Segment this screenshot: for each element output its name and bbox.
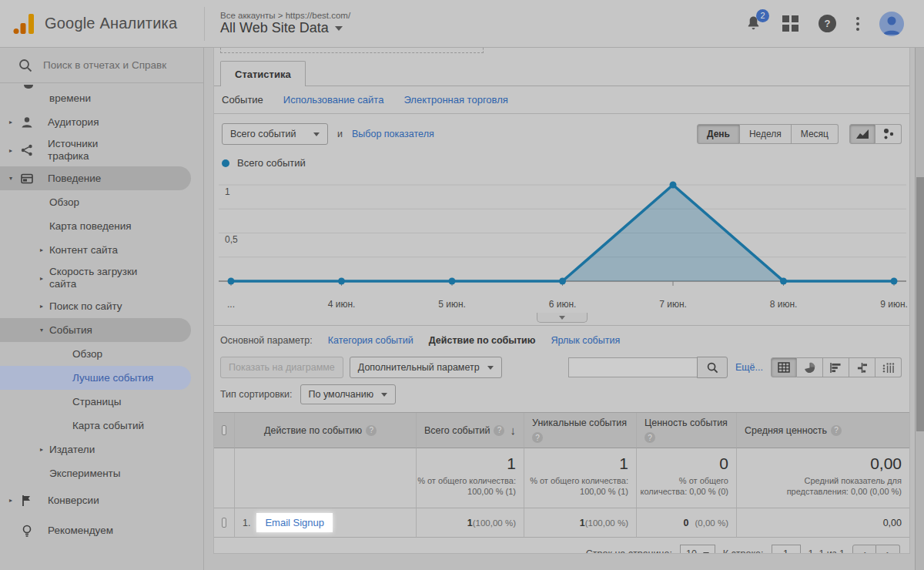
sidebar-item-site-speed[interactable]: ▸ Скорость загрузки сайта: [0, 262, 203, 294]
comparison-view-button[interactable]: [849, 357, 875, 377]
row-checkbox[interactable]: [222, 518, 226, 528]
chevron-down-icon: [313, 132, 320, 136]
sidebar-item-events[interactable]: ▾ События: [0, 318, 191, 342]
table-grid-icon: [778, 362, 790, 373]
summary-unique: 1 % от общего количества: 100,00 % (1): [524, 448, 636, 508]
plot-rows-button[interactable]: Показать на диаграмме: [220, 357, 343, 378]
report-card: Статистика Событие Использование сайта Э…: [213, 48, 910, 554]
sidebar-item-events-flow[interactable]: Карта событий: [0, 414, 203, 438]
subtab-site-usage[interactable]: Использование сайта: [283, 94, 384, 106]
row-avg-cell: 0,00: [736, 508, 909, 538]
sidebar-item-publishers[interactable]: ▸ Издатели: [0, 438, 203, 461]
data-view-button[interactable]: [771, 357, 797, 377]
sidebar-item-discover[interactable]: Рекомендуем: [0, 518, 203, 542]
line-chart-button[interactable]: [849, 124, 875, 144]
sidebar-item-events-overview[interactable]: Обзор: [0, 342, 203, 366]
person-icon: [20, 116, 34, 129]
granularity-day-button[interactable]: День: [697, 124, 740, 144]
notifications-button[interactable]: 2: [745, 15, 762, 33]
help-tooltip-icon[interactable]: ?: [366, 425, 377, 436]
sidebar-item-behavior-flow[interactable]: Карта поведения: [0, 214, 203, 238]
table-search-button[interactable]: [697, 357, 728, 378]
avatar[interactable]: [879, 12, 904, 36]
dimension-event-action[interactable]: Действие по событию: [429, 335, 536, 346]
sidebar-item-experiments[interactable]: Эксперименты: [0, 461, 203, 485]
granularity-week-button[interactable]: Неделя: [740, 124, 792, 144]
chevron-right-icon: ▸: [9, 119, 20, 126]
subtab-ecommerce[interactable]: Электронная торговля: [403, 94, 507, 106]
sidebar-item-acquisition[interactable]: ▸ Источники трафика: [0, 134, 203, 166]
help-tooltip-icon[interactable]: ?: [532, 432, 543, 443]
column-header-avg[interactable]: Средняя ценность ?: [736, 413, 909, 448]
primary-dimension-label: Основной параметр:: [220, 335, 313, 346]
select-all-checkbox[interactable]: [222, 425, 226, 435]
sidebar-search[interactable]: [0, 48, 203, 83]
scrollbar-thumb[interactable]: [916, 177, 924, 431]
granularity-month-button[interactable]: Месяц: [792, 124, 839, 144]
metric-select[interactable]: Всего событий: [222, 123, 328, 145]
sort-desc-icon[interactable]: ↓: [511, 424, 517, 437]
kebab-menu-button[interactable]: [856, 17, 859, 31]
goto-row-input[interactable]: [772, 545, 801, 554]
percentage-view-button[interactable]: [797, 357, 823, 377]
events-chart[interactable]: 1 0,5 ... 4 июн. 5 июн. 6 июн. 7 июн. 8 …: [219, 173, 906, 315]
tab-statistics[interactable]: Статистика: [220, 61, 306, 86]
sidebar-item-audience[interactable]: ▸ Аудитория: [0, 110, 203, 134]
table-search: [568, 357, 728, 378]
property-selector[interactable]: All Web Site Data: [220, 20, 350, 36]
pivot-icon: [882, 363, 895, 373]
sort-type-select[interactable]: По умолчанию: [300, 384, 397, 404]
table-search-input[interactable]: [568, 357, 698, 377]
performance-view-button[interactable]: [823, 357, 849, 377]
metric-picker-link[interactable]: Выбор показателя: [352, 129, 434, 139]
sidebar-item-realtime-partial[interactable]: времени: [0, 86, 203, 110]
series-name: Всего событий: [237, 157, 306, 169]
dimension-event-category[interactable]: Категория событий: [328, 335, 413, 346]
sidebar-item-conversions[interactable]: ▸ Конверсии: [0, 488, 203, 512]
summary-empty-cell: [214, 448, 234, 508]
events-chart-svg: [219, 173, 906, 297]
x-tick-label: 7 июн.: [659, 299, 687, 310]
chart-controls: Всего событий и Выбор показателя День Не…: [214, 114, 909, 148]
help-tooltip-icon[interactable]: ?: [494, 425, 504, 436]
event-action-link[interactable]: Email Signup: [265, 517, 324, 528]
chart-type-buttons: [849, 124, 902, 144]
motion-chart-button[interactable]: [875, 124, 902, 144]
sidebar-item-site-content[interactable]: ▸ Контент сайта: [0, 238, 203, 262]
sort-type-label: Тип сортировки:: [220, 389, 293, 400]
granularity-buttons: День Неделя Месяц: [697, 124, 839, 144]
sidebar-item-pages[interactable]: Страницы: [0, 390, 203, 414]
column-header-unique[interactable]: Уникальные события ?: [524, 413, 636, 448]
sidebar-item-behavior[interactable]: ▾ Поведение: [0, 166, 191, 190]
sidebar-search-input[interactable]: [43, 59, 189, 71]
summary-total: 1 % от общего количества: 100,00 % (1): [416, 448, 524, 508]
scatter-dots-icon: [882, 128, 896, 140]
breadcrumb[interactable]: Все аккаунты > https://best.com/: [220, 11, 350, 20]
help-button[interactable]: ?: [819, 15, 836, 32]
subtab-event[interactable]: Событие: [222, 94, 263, 106]
sidebar-item-top-events[interactable]: Лучшие события: [0, 366, 191, 390]
secondary-dimension-select[interactable]: Дополнительный параметр: [350, 357, 502, 378]
prev-page-button[interactable]: ‹: [852, 545, 876, 554]
rows-per-page-select[interactable]: 10: [680, 545, 715, 554]
flag-icon: [20, 494, 34, 508]
help-tooltip-icon[interactable]: ?: [831, 425, 842, 436]
row-index: 1.: [243, 518, 250, 528]
chevron-right-icon: ▸: [9, 147, 20, 154]
series-color-dot: [222, 159, 229, 167]
dimension-event-label[interactable]: Ярлык события: [551, 335, 620, 346]
help-tooltip-icon[interactable]: ?: [644, 432, 655, 443]
sidebar-item-behavior-overview[interactable]: Обзор: [0, 190, 203, 214]
more-link[interactable]: Ещё...: [735, 362, 763, 373]
chart-collapse-button[interactable]: [537, 313, 588, 323]
column-header-value[interactable]: Ценность события ?: [636, 413, 736, 448]
sidebar-item-site-search[interactable]: ▸ Поиск по сайту: [0, 294, 203, 318]
vertical-scrollbar[interactable]: [915, 48, 924, 570]
next-page-button[interactable]: ›: [876, 545, 900, 554]
column-header-action[interactable]: Действие по событию ?: [234, 413, 416, 448]
apps-grid-button[interactable]: [782, 15, 798, 32]
column-header-total[interactable]: Всего событий ? ↓: [416, 413, 524, 448]
header-checkbox-cell: [214, 413, 234, 448]
chevron-down-icon: [335, 26, 343, 31]
pivot-view-button[interactable]: [875, 357, 902, 377]
